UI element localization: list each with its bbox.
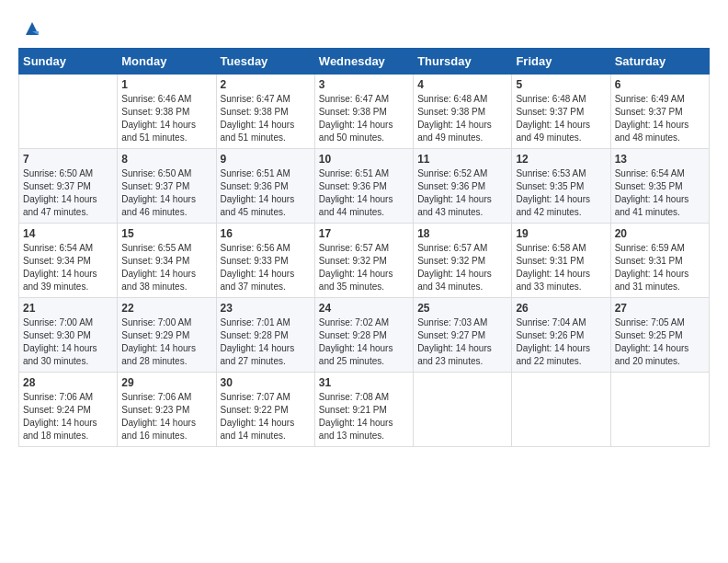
calendar-week-1: 1 Sunrise: 6:46 AMSunset: 9:38 PMDayligh… [19, 75, 710, 149]
weekday-tuesday: Tuesday [216, 49, 314, 75]
cell-content: Sunrise: 6:52 AMSunset: 9:36 PMDaylight:… [417, 167, 507, 219]
calendar-cell: 24 Sunrise: 7:02 AMSunset: 9:28 PMDaylig… [314, 298, 413, 373]
day-number: 27 [615, 302, 705, 315]
day-number: 2 [221, 78, 311, 91]
day-number: 17 [319, 227, 409, 240]
day-number: 10 [319, 153, 409, 166]
day-number: 13 [615, 153, 705, 166]
cell-content: Sunrise: 6:46 AMSunset: 9:38 PMDaylight:… [121, 93, 211, 144]
day-number: 25 [417, 302, 507, 315]
weekday-friday: Friday [512, 49, 610, 75]
cell-content: Sunrise: 7:02 AMSunset: 9:28 PMDaylight:… [319, 316, 409, 368]
calendar-cell [414, 373, 512, 447]
calendar-cell: 21 Sunrise: 7:00 AMSunset: 9:30 PMDaylig… [19, 298, 118, 373]
day-number: 11 [417, 153, 507, 166]
cell-content: Sunrise: 6:50 AMSunset: 9:37 PMDaylight:… [121, 167, 211, 219]
calendar-cell: 7 Sunrise: 6:50 AMSunset: 9:37 PMDayligh… [19, 149, 118, 224]
calendar-cell: 28 Sunrise: 7:06 AMSunset: 9:24 PMDaylig… [19, 373, 118, 447]
cell-content: Sunrise: 6:54 AMSunset: 9:34 PMDaylight:… [23, 242, 113, 293]
day-number: 14 [23, 227, 113, 240]
calendar-cell: 4 Sunrise: 6:48 AMSunset: 9:38 PMDayligh… [414, 75, 512, 149]
calendar-cell: 6 Sunrise: 6:49 AMSunset: 9:37 PMDayligh… [610, 75, 709, 149]
day-number: 22 [121, 302, 211, 315]
calendar-cell: 9 Sunrise: 6:51 AMSunset: 9:36 PMDayligh… [216, 149, 314, 224]
page-header [18, 18, 710, 39]
day-number: 26 [516, 302, 606, 315]
calendar-cell: 26 Sunrise: 7:04 AMSunset: 9:26 PMDaylig… [512, 298, 610, 373]
weekday-saturday: Saturday [610, 49, 709, 75]
day-number: 31 [319, 376, 409, 389]
calendar-body: 1 Sunrise: 6:46 AMSunset: 9:38 PMDayligh… [19, 75, 710, 447]
weekday-header-row: SundayMondayTuesdayWednesdayThursdayFrid… [19, 49, 710, 75]
day-number: 5 [516, 78, 606, 91]
logo [18, 18, 42, 39]
calendar-cell: 27 Sunrise: 7:05 AMSunset: 9:25 PMDaylig… [610, 298, 709, 373]
cell-content: Sunrise: 7:06 AMSunset: 9:23 PMDaylight:… [121, 391, 211, 442]
cell-content: Sunrise: 6:54 AMSunset: 9:35 PMDaylight:… [615, 167, 705, 219]
calendar-cell: 12 Sunrise: 6:53 AMSunset: 9:35 PMDaylig… [512, 149, 610, 224]
calendar-cell: 29 Sunrise: 7:06 AMSunset: 9:23 PMDaylig… [118, 373, 216, 447]
calendar-cell: 30 Sunrise: 7:07 AMSunset: 9:22 PMDaylig… [216, 373, 314, 447]
day-number: 20 [615, 227, 705, 240]
cell-content: Sunrise: 6:47 AMSunset: 9:38 PMDaylight:… [221, 93, 311, 144]
calendar-cell: 15 Sunrise: 6:55 AMSunset: 9:34 PMDaylig… [118, 224, 216, 298]
day-number: 28 [23, 376, 113, 389]
cell-content: Sunrise: 6:56 AMSunset: 9:33 PMDaylight:… [221, 242, 311, 293]
day-number: 15 [121, 227, 211, 240]
day-number: 29 [121, 376, 211, 389]
calendar-cell: 10 Sunrise: 6:51 AMSunset: 9:36 PMDaylig… [314, 149, 413, 224]
calendar-cell: 16 Sunrise: 6:56 AMSunset: 9:33 PMDaylig… [216, 224, 314, 298]
calendar-week-4: 21 Sunrise: 7:00 AMSunset: 9:30 PMDaylig… [19, 298, 710, 373]
cell-content: Sunrise: 7:06 AMSunset: 9:24 PMDaylight:… [23, 391, 113, 442]
weekday-thursday: Thursday [414, 49, 512, 75]
calendar-cell: 3 Sunrise: 6:47 AMSunset: 9:38 PMDayligh… [314, 75, 413, 149]
cell-content: Sunrise: 7:03 AMSunset: 9:27 PMDaylight:… [417, 316, 507, 368]
cell-content: Sunrise: 6:53 AMSunset: 9:35 PMDaylight:… [516, 167, 606, 219]
cell-content: Sunrise: 6:50 AMSunset: 9:37 PMDaylight:… [23, 167, 113, 219]
day-number: 9 [221, 153, 311, 166]
cell-content: Sunrise: 6:51 AMSunset: 9:36 PMDaylight:… [221, 167, 311, 219]
cell-content: Sunrise: 7:00 AMSunset: 9:29 PMDaylight:… [121, 316, 211, 368]
cell-content: Sunrise: 6:58 AMSunset: 9:31 PMDaylight:… [516, 242, 606, 293]
calendar-cell: 20 Sunrise: 6:59 AMSunset: 9:31 PMDaylig… [610, 224, 709, 298]
cell-content: Sunrise: 7:08 AMSunset: 9:21 PMDaylight:… [319, 391, 409, 442]
calendar-cell [512, 373, 610, 447]
calendar-cell: 11 Sunrise: 6:52 AMSunset: 9:36 PMDaylig… [414, 149, 512, 224]
weekday-sunday: Sunday [19, 49, 118, 75]
day-number: 1 [121, 78, 211, 91]
calendar-cell: 5 Sunrise: 6:48 AMSunset: 9:37 PMDayligh… [512, 75, 610, 149]
weekday-wednesday: Wednesday [314, 49, 413, 75]
calendar-cell [610, 373, 709, 447]
day-number: 7 [23, 153, 113, 166]
cell-content: Sunrise: 6:55 AMSunset: 9:34 PMDaylight:… [121, 242, 211, 293]
calendar-cell [19, 75, 118, 149]
cell-content: Sunrise: 7:05 AMSunset: 9:25 PMDaylight:… [615, 316, 705, 368]
day-number: 23 [221, 302, 311, 315]
cell-content: Sunrise: 6:59 AMSunset: 9:31 PMDaylight:… [615, 242, 705, 293]
cell-content: Sunrise: 6:48 AMSunset: 9:37 PMDaylight:… [516, 93, 606, 144]
day-number: 30 [221, 376, 311, 389]
day-number: 4 [417, 78, 507, 91]
cell-content: Sunrise: 6:57 AMSunset: 9:32 PMDaylight:… [417, 242, 507, 293]
logo-icon [22, 18, 42, 39]
cell-content: Sunrise: 6:49 AMSunset: 9:37 PMDaylight:… [615, 93, 705, 144]
calendar-week-3: 14 Sunrise: 6:54 AMSunset: 9:34 PMDaylig… [19, 224, 710, 298]
calendar-cell: 31 Sunrise: 7:08 AMSunset: 9:21 PMDaylig… [314, 373, 413, 447]
cell-content: Sunrise: 6:48 AMSunset: 9:38 PMDaylight:… [417, 93, 507, 144]
calendar-cell: 13 Sunrise: 6:54 AMSunset: 9:35 PMDaylig… [610, 149, 709, 224]
day-number: 16 [221, 227, 311, 240]
calendar-cell: 25 Sunrise: 7:03 AMSunset: 9:27 PMDaylig… [414, 298, 512, 373]
day-number: 3 [319, 78, 409, 91]
calendar-week-5: 28 Sunrise: 7:06 AMSunset: 9:24 PMDaylig… [19, 373, 710, 447]
cell-content: Sunrise: 7:00 AMSunset: 9:30 PMDaylight:… [23, 316, 113, 368]
cell-content: Sunrise: 6:47 AMSunset: 9:38 PMDaylight:… [319, 93, 409, 144]
calendar-table: SundayMondayTuesdayWednesdayThursdayFrid… [18, 48, 710, 447]
day-number: 12 [516, 153, 606, 166]
day-number: 6 [615, 78, 705, 91]
cell-content: Sunrise: 6:57 AMSunset: 9:32 PMDaylight:… [319, 242, 409, 293]
calendar-cell: 18 Sunrise: 6:57 AMSunset: 9:32 PMDaylig… [414, 224, 512, 298]
calendar-cell: 17 Sunrise: 6:57 AMSunset: 9:32 PMDaylig… [314, 224, 413, 298]
cell-content: Sunrise: 6:51 AMSunset: 9:36 PMDaylight:… [319, 167, 409, 219]
weekday-monday: Monday [118, 49, 216, 75]
day-number: 19 [516, 227, 606, 240]
